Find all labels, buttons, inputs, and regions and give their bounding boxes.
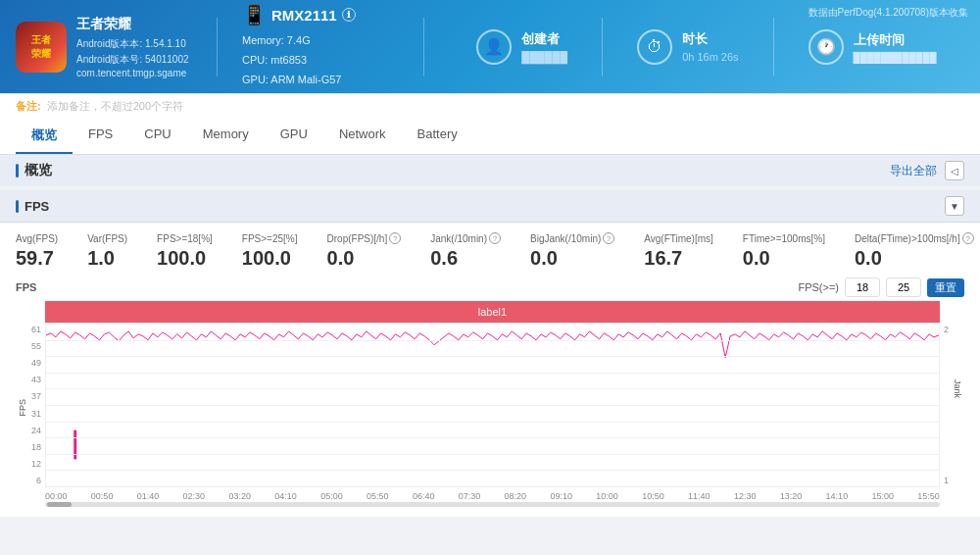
y-label-24: 24 bbox=[16, 426, 45, 435]
meta-info: 👤 创建者 ██████ ⏱ 时长 0h 16m 26s 🕐 上传时间 bbox=[449, 18, 964, 76]
fps-reset-button[interactable]: 重置 bbox=[927, 278, 964, 297]
x-label-7: 05:50 bbox=[367, 491, 389, 501]
grid-line-9 bbox=[46, 470, 939, 471]
grid-line-4 bbox=[46, 388, 939, 389]
stat-var-fps-label: Var(FPS) bbox=[87, 233, 127, 244]
fps-collapse-button[interactable]: ▼ bbox=[945, 196, 964, 216]
game-android-version2: Android版本号: 54011002 bbox=[76, 52, 189, 68]
jank-help-icon[interactable]: ? bbox=[489, 232, 501, 244]
fps-chart-label: FPS bbox=[16, 281, 36, 293]
stat-avg-fps-value: 59.7 bbox=[16, 247, 58, 270]
stat-fps18: FPS>=18[%] 100.0 bbox=[157, 233, 213, 270]
tab-battery[interactable]: Battery bbox=[402, 119, 473, 154]
tab-overview[interactable]: 概览 bbox=[16, 119, 73, 154]
stat-avg-ftime: Avg(FTime)[ms] 16.7 bbox=[644, 233, 713, 270]
fps-line bbox=[46, 331, 939, 358]
upload-item: 🕐 上传时间 ████████████ bbox=[808, 18, 937, 76]
grid-line-7 bbox=[46, 437, 939, 438]
stat-drop-fps: Drop(FPS)[/h] ? 0.0 bbox=[327, 232, 402, 270]
stat-big-jank: BigJank(/10min) ? 0.0 bbox=[530, 232, 614, 270]
y-right-1: 1 bbox=[940, 476, 964, 485]
grid-line-1 bbox=[46, 340, 939, 341]
tab-memory[interactable]: Memory bbox=[187, 119, 265, 154]
game-android-version1: Android版本本: 1.54.1.10 bbox=[76, 36, 189, 52]
stat-avg-fps: Avg(FPS) 59.7 bbox=[16, 233, 58, 270]
x-label-1: 00:50 bbox=[91, 491, 114, 501]
fps-band-label: label1 bbox=[478, 306, 507, 318]
upload-value: ████████████ bbox=[854, 52, 937, 63]
device-info-icon[interactable]: ℹ bbox=[342, 8, 356, 22]
big-jank-help-icon[interactable]: ? bbox=[603, 232, 614, 244]
tab-network[interactable]: Network bbox=[323, 119, 402, 154]
x-label-15: 12:30 bbox=[734, 491, 757, 501]
y-label-49: 49 bbox=[16, 358, 45, 368]
y-label-61: 61 bbox=[16, 325, 45, 334]
tab-fps[interactable]: FPS bbox=[73, 119, 128, 154]
stat-fps18-label: FPS>=18[%] bbox=[157, 233, 213, 244]
y-label-18: 18 bbox=[16, 442, 45, 452]
x-label-8: 06:40 bbox=[413, 491, 435, 501]
fps-axis-label: FPS bbox=[18, 399, 27, 417]
stat-ftime-100-label: FTime>=100ms[%] bbox=[743, 233, 825, 244]
creator-value: ██████ bbox=[521, 51, 567, 63]
x-label-18: 15:00 bbox=[871, 491, 894, 501]
game-text: 王者荣耀 Android版本本: 1.54.1.10 Android版本号: 5… bbox=[76, 16, 189, 78]
upload-icon: 🕐 bbox=[808, 29, 844, 65]
notice-placeholder[interactable]: 添加备注，不超过200个字符 bbox=[47, 99, 183, 114]
stat-fps25-value: 100.0 bbox=[242, 247, 298, 270]
game-info: 王者荣耀 王者荣耀 Android版本本: 1.54.1.10 Android版… bbox=[16, 16, 192, 78]
y-label-55: 55 bbox=[16, 341, 45, 351]
grid-line-5 bbox=[46, 405, 939, 406]
x-label-11: 09:10 bbox=[550, 491, 572, 501]
grid-line-6 bbox=[46, 422, 939, 423]
stat-delta-ftime-value: 0.0 bbox=[855, 247, 974, 270]
duration-item: ⏱ 时长 0h 16m 26s bbox=[637, 18, 738, 76]
fps-title: FPS bbox=[16, 199, 49, 214]
overview-section: 概览 导出全部 ◁ bbox=[0, 155, 980, 186]
fps-stats: Avg(FPS) 59.7 Var(FPS) 1.0 FPS>=18[%] 10… bbox=[0, 223, 980, 278]
delta-ftime-help-icon[interactable]: ? bbox=[962, 232, 974, 244]
creator-item: 👤 创建者 ██████ bbox=[476, 18, 567, 76]
data-source-label: 数据由PerfDog(4.1.200708)版本收集 bbox=[808, 6, 968, 20]
stat-drop-fps-value: 0.0 bbox=[327, 247, 402, 270]
creator-label: 创建者 bbox=[521, 30, 567, 48]
fps-threshold2-input[interactable] bbox=[886, 278, 921, 297]
grid-line-8 bbox=[46, 454, 939, 455]
x-label-16: 13:20 bbox=[780, 491, 803, 501]
fps-chart[interactable]: label1 61 55 49 43 37 31 24 18 12 6 bbox=[16, 301, 964, 507]
overview-collapse-button[interactable]: ◁ bbox=[945, 161, 964, 180]
duration-value: 0h 16m 26s bbox=[682, 51, 738, 63]
stat-ftime-100: FTime>=100ms[%] 0.0 bbox=[743, 233, 825, 270]
x-label-14: 11:40 bbox=[688, 491, 710, 501]
overview-title: 概览 bbox=[16, 162, 52, 179]
x-label-19: 15:50 bbox=[917, 491, 940, 501]
drop-fps-help-icon[interactable]: ? bbox=[389, 232, 401, 244]
x-label-10: 08:20 bbox=[505, 491, 527, 501]
fps-chart-container: FPS FPS(>=) 重置 label1 61 bbox=[0, 278, 980, 517]
stat-avg-ftime-label: Avg(FTime)[ms] bbox=[644, 233, 713, 244]
tab-gpu[interactable]: GPU bbox=[265, 119, 323, 154]
game-package: com.tencent.tmgp.sgame bbox=[76, 68, 189, 78]
stat-jank-value: 0.6 bbox=[430, 247, 501, 270]
header: 数据由PerfDog(4.1.200708)版本收集 王者荣耀 王者荣耀 And… bbox=[0, 0, 980, 93]
x-label-2: 01:40 bbox=[137, 491, 160, 501]
tab-cpu[interactable]: CPU bbox=[128, 119, 186, 154]
main-content: 概览 导出全部 ◁ FPS ▼ Avg(FPS) 59.7 bbox=[0, 155, 980, 555]
fps-x-axis: 00:00 00:50 01:40 02:30 03:20 04:10 05:0… bbox=[45, 491, 940, 501]
device-info: 📱 RMX2111 ℹ Memory: 7.4G CPU: mt6853 GPU… bbox=[242, 3, 399, 89]
chart-scrollbar[interactable] bbox=[45, 502, 940, 507]
export-button[interactable]: 导出全部 bbox=[890, 163, 937, 179]
divider3 bbox=[602, 18, 603, 76]
duration-icon: ⏱ bbox=[637, 29, 672, 65]
y-label-12: 12 bbox=[16, 459, 45, 469]
fps-chart-band: label1 bbox=[45, 301, 940, 323]
game-name: 王者荣耀 bbox=[76, 16, 189, 33]
divider4 bbox=[773, 18, 774, 76]
x-label-4: 03:20 bbox=[228, 491, 251, 501]
notice-bar: 备注: 添加备注，不超过200个字符 bbox=[0, 93, 980, 119]
fps-threshold1-input[interactable] bbox=[845, 278, 880, 297]
chart-scrollbar-thumb[interactable] bbox=[47, 502, 72, 507]
y-label-6: 6 bbox=[16, 476, 45, 485]
stat-jank-label: Jank(/10min) ? bbox=[430, 232, 501, 244]
x-label-5: 04:10 bbox=[274, 491, 297, 501]
